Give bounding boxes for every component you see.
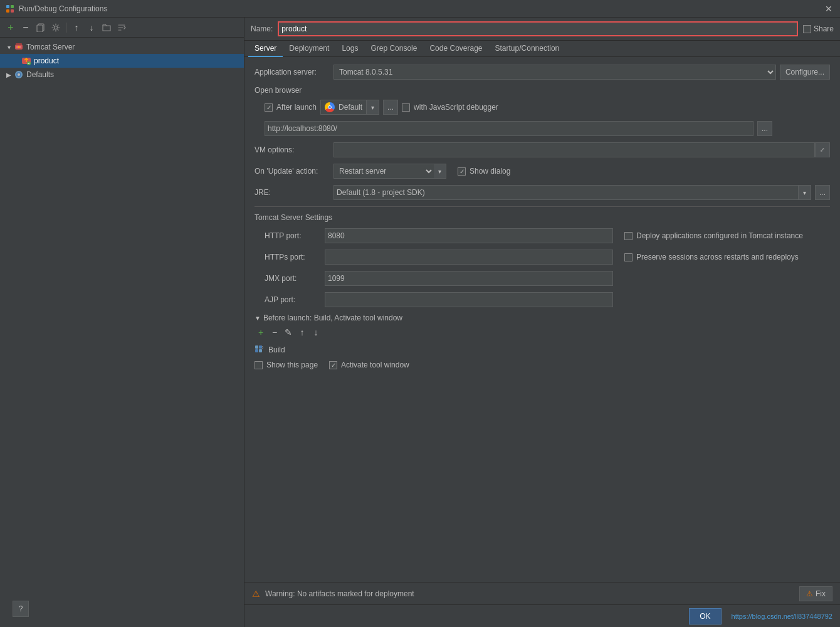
app-icon: [5, 4, 15, 14]
fix-button[interactable]: ⚠ Fix: [799, 586, 832, 601]
defaults-label: Defaults: [26, 70, 54, 79]
build-item: Build: [255, 342, 830, 357]
before-launch-section: ▼ Before launch: Build, Activate tool wi…: [255, 314, 830, 369]
titlebar: Run/Debug Configurations ✕: [0, 0, 840, 18]
url-row: ...: [265, 121, 830, 136]
open-browser-title: Open browser: [255, 86, 830, 95]
before-launch-down-button[interactable]: ↓: [310, 326, 322, 339]
before-launch-up-button[interactable]: ↑: [296, 326, 308, 339]
browser-default-label: Default: [339, 103, 362, 112]
http-port-input[interactable]: [325, 228, 613, 243]
before-launch-toolbar: + − ✎ ↑ ↓: [255, 326, 830, 339]
ajp-port-label: AJP port:: [265, 295, 321, 304]
vm-options-row: VM options: ⤢: [255, 142, 830, 157]
tab-server[interactable]: Server: [248, 41, 283, 57]
browser-dropdown-button[interactable]: ▾: [367, 100, 379, 115]
vm-options-label: VM options:: [255, 145, 330, 154]
app-server-select[interactable]: Tomcat 8.0.5.31: [333, 65, 776, 80]
show-dialog-checkbox[interactable]: [458, 167, 466, 176]
jre-dropdown-button[interactable]: ▾: [799, 185, 811, 200]
svg-point-10: [18, 46, 20, 48]
tomcat-server-label: Tomcat Server: [26, 43, 75, 51]
http-port-label: HTTP port:: [265, 231, 321, 240]
tab-code-coverage[interactable]: Code Coverage: [423, 41, 488, 57]
remove-config-button[interactable]: −: [19, 21, 33, 34]
before-launch-add-button[interactable]: +: [255, 326, 267, 339]
url-input[interactable]: [265, 121, 753, 136]
vm-options-input[interactable]: [333, 142, 815, 157]
bottom-buttons: OK https://blog.csdn.net/ll837448792: [244, 604, 840, 627]
https-port-label: HTTPs port:: [265, 253, 321, 261]
configurations-tree: ▾ Tomcat Server ▾: [0, 38, 244, 627]
warning-text: Warning: No artifacts marked for deploym…: [265, 589, 414, 598]
tree-item-tomcat[interactable]: ▾ Tomcat Server: [0, 40, 244, 54]
browser-dots-button[interactable]: ...: [383, 100, 398, 115]
on-update-dropdown-button[interactable]: ▾: [434, 164, 446, 179]
jre-dots-button[interactable]: ...: [815, 185, 830, 200]
svg-point-6: [55, 26, 58, 29]
svg-rect-1: [11, 5, 14, 8]
expand-arrow-tomcat: ▾: [5, 43, 13, 51]
tree-item-defaults[interactable]: ▶ Defaults: [0, 68, 244, 82]
tree-item-product[interactable]: ▾ product: [0, 54, 244, 68]
preserve-label: Preserve sessions across restarts and re…: [636, 253, 799, 261]
close-button[interactable]: ✕: [822, 3, 835, 15]
before-launch-remove-button[interactable]: −: [268, 326, 281, 339]
jre-input[interactable]: [333, 185, 799, 200]
show-page-row: Show this page Activate tool window: [255, 361, 830, 369]
before-launch-header[interactable]: ▼ Before launch: Build, Activate tool wi…: [255, 314, 830, 322]
jre-row: JRE: ▾ ...: [255, 185, 830, 200]
activate-tool-checkbox[interactable]: [329, 361, 337, 369]
move-up-button[interactable]: ↑: [70, 21, 83, 34]
jmx-port-input[interactable]: [325, 271, 613, 286]
https-port-input[interactable]: [325, 250, 613, 265]
show-page-checkbox[interactable]: [255, 361, 263, 369]
jmx-port-label: JMX port:: [265, 274, 321, 283]
url-display: https://blog.csdn.net/ll837448792: [732, 613, 832, 620]
on-update-select[interactable]: Restart server: [333, 164, 434, 179]
preserve-checkbox[interactable]: [624, 253, 633, 261]
url-dots-button[interactable]: ...: [757, 121, 772, 136]
deploy-checkbox[interactable]: [624, 232, 633, 240]
build-label: Build: [268, 345, 285, 354]
add-config-button[interactable]: +: [4, 21, 18, 34]
svg-rect-3: [11, 9, 14, 13]
ajp-port-input[interactable]: [325, 292, 613, 307]
left-panel: + − ↑ ↓: [0, 18, 244, 627]
tab-startup-connection[interactable]: Startup/Connection: [489, 41, 566, 57]
folder-button[interactable]: [100, 21, 113, 34]
configure-button[interactable]: Configure...: [780, 65, 830, 80]
js-debugger-checkbox[interactable]: [402, 103, 410, 112]
vm-expand-button[interactable]: ⤢: [815, 142, 830, 157]
before-launch-label: Before launch: Build, Activate tool wind…: [263, 314, 402, 322]
fix-label: Fix: [816, 589, 826, 598]
tab-logs[interactable]: Logs: [335, 41, 364, 57]
tomcat-settings-title: Tomcat Server Settings: [255, 213, 830, 222]
sort-button[interactable]: [115, 21, 129, 34]
js-debugger-label: with JavaScript debugger: [414, 103, 498, 112]
name-label: Name:: [251, 24, 273, 33]
chrome-icon: [325, 102, 335, 112]
name-input[interactable]: [278, 21, 798, 36]
help-button[interactable]: ?: [13, 601, 29, 617]
configurations-toolbar: + − ↑ ↓: [0, 18, 244, 38]
settings-button[interactable]: [49, 21, 63, 34]
share-checkbox[interactable]: [803, 25, 811, 33]
ok-button[interactable]: OK: [689, 608, 721, 624]
tab-deployment[interactable]: Deployment: [283, 41, 335, 57]
svg-rect-19: [259, 349, 262, 352]
titlebar-title: Run/Debug Configurations: [19, 4, 822, 13]
svg-rect-9: [16, 43, 22, 45]
share-checkbox-area: Share: [803, 24, 834, 33]
copy-config-button[interactable]: [34, 21, 48, 34]
warning-bar: ⚠ Warning: No artifacts marked for deplo…: [244, 582, 840, 604]
share-label: Share: [814, 24, 834, 33]
activate-tool-label: Activate tool window: [341, 361, 409, 369]
warning-icon: ⚠: [252, 589, 260, 599]
tab-grep-console[interactable]: Grep Console: [364, 41, 423, 57]
divider-1: [255, 206, 830, 207]
jmx-port-row: JMX port:: [265, 271, 830, 286]
before-launch-edit-button[interactable]: ✎: [282, 326, 295, 339]
move-down-button[interactable]: ↓: [85, 21, 98, 34]
after-launch-checkbox[interactable]: [265, 103, 273, 112]
